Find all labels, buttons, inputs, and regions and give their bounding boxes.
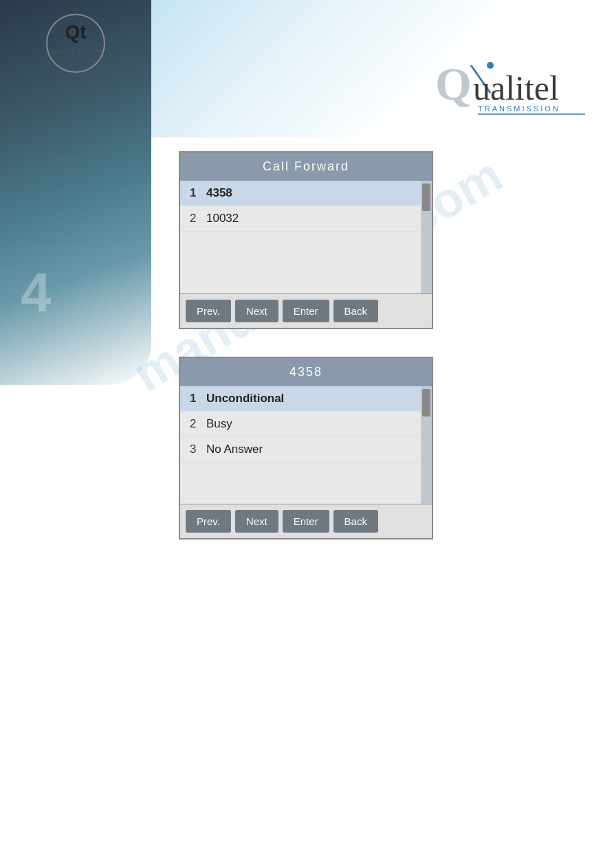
- qualitel-logo: Q ualitel TRANSMISSION: [435, 55, 586, 120]
- qt-logo: Qt HOME OF QUALITY: [45, 12, 107, 74]
- back-button[interactable]: Back: [333, 510, 378, 533]
- list-item[interactable]: 3 No Answer: [180, 437, 421, 463]
- item-number: 2: [190, 212, 206, 225]
- prev-button[interactable]: Prev.: [186, 300, 231, 322]
- list-empty-space: [180, 232, 421, 293]
- scroll-thumb: [422, 389, 430, 416]
- svg-text:ualitel: ualitel: [473, 69, 559, 107]
- item-label: 4358: [206, 186, 232, 200]
- next-button[interactable]: Next: [235, 300, 278, 322]
- item-label: Busy: [206, 417, 232, 431]
- prev-button[interactable]: Prev.: [186, 510, 231, 533]
- extension-title: 4358: [180, 358, 432, 386]
- call-forward-list-container: 1 4358 2 10032: [180, 181, 432, 293]
- list-item[interactable]: 2 Busy: [180, 412, 421, 437]
- item-label: 10032: [206, 212, 239, 225]
- decorative-numbers: 4: [21, 261, 52, 324]
- svg-text:HOME OF QUALITY: HOME OF QUALITY: [48, 49, 103, 55]
- main-content: Call Forward 1 4358 2 10032 Prev. Next E…: [151, 137, 614, 581]
- extension-buttons: Prev. Next Enter Back: [180, 504, 432, 538]
- svg-text:TRANSMISSION: TRANSMISSION: [478, 104, 560, 113]
- item-number: 2: [190, 417, 206, 431]
- call-forward-list: 1 4358 2 10032: [180, 181, 421, 293]
- extension-widget: 4358 1 Unconditional 2 Busy 3 No Answer: [179, 357, 433, 539]
- item-number: 3: [190, 443, 206, 456]
- scrollbar[interactable]: [421, 181, 432, 293]
- next-button[interactable]: Next: [235, 510, 278, 533]
- call-forward-widget: Call Forward 1 4358 2 10032 Prev. Next E…: [179, 151, 433, 329]
- item-label: No Answer: [206, 443, 263, 456]
- extension-list-container: 1 Unconditional 2 Busy 3 No Answer: [180, 386, 432, 504]
- svg-text:Q: Q: [435, 58, 472, 110]
- call-forward-buttons: Prev. Next Enter Back: [180, 293, 432, 328]
- list-empty-space: [180, 463, 421, 504]
- scroll-thumb: [422, 183, 430, 211]
- item-number: 1: [190, 186, 206, 200]
- scrollbar[interactable]: [421, 386, 432, 504]
- list-item[interactable]: 1 Unconditional: [180, 386, 421, 412]
- back-button[interactable]: Back: [333, 300, 378, 322]
- item-number: 1: [190, 392, 206, 405]
- svg-point-5: [487, 62, 494, 69]
- call-forward-title: Call Forward: [180, 153, 432, 181]
- enter-button[interactable]: Enter: [283, 510, 329, 533]
- list-item[interactable]: 1 4358: [180, 181, 421, 206]
- svg-text:Qt: Qt: [65, 21, 86, 43]
- item-label: Unconditional: [206, 392, 284, 405]
- extension-list: 1 Unconditional 2 Busy 3 No Answer: [180, 386, 421, 504]
- list-item[interactable]: 2 10032: [180, 206, 421, 232]
- enter-button[interactable]: Enter: [283, 300, 329, 322]
